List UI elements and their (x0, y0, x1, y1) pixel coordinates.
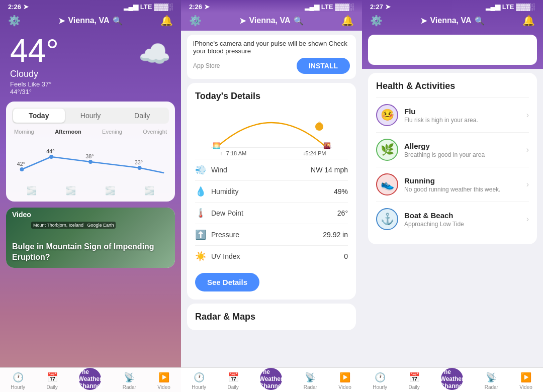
status-bar-1: 2:26 ➤ ▂▄▆ LTE ▓▓▓░ (0, 0, 181, 13)
svg-text:🌇: 🌇 (323, 142, 331, 149)
tab-radar-3[interactable]: 📡 Radar (485, 372, 498, 390)
detail-row-pressure: ⬆️ Pressure 29.92 in (195, 224, 348, 245)
location-display-3[interactable]: ➤ Vienna, VA 🔍 (420, 16, 484, 26)
svg-text:5:24 PM: 5:24 PM (306, 150, 326, 156)
tab-weather-channel-2[interactable]: TheWeatherChannel (260, 368, 282, 390)
location-display-2[interactable]: ➤ Vienna, VA 🔍 (239, 16, 303, 26)
bell-icon[interactable]: 🔔 (160, 15, 173, 27)
uv-icon: ☀️ (195, 251, 206, 262)
time-labels: Morning Afternoon Evening Overnight (12, 129, 169, 135)
tab-weather-channel-3[interactable]: TheWeatherChannel (441, 368, 463, 390)
tab-video-2[interactable]: ▶️ Video (338, 372, 351, 390)
tab-bar-1: 🕐 Hourly 📅 Daily TheWeatherChannel 📡 Rad… (0, 367, 181, 392)
tab-video-1[interactable]: ▶️ Video (157, 372, 170, 390)
panel-1: 2:26 ➤ ▂▄▆ LTE ▓▓▓░ ⚙️ ➤ Vienna, VA 🔍 🔔 … (0, 0, 181, 392)
dewpoint-icon: 🌡️ (195, 208, 206, 219)
tab-radar-1[interactable]: 📡 Radar (123, 372, 136, 390)
tab-daily-3[interactable]: 📅 Daily (409, 372, 420, 390)
running-icon-wrap: 👟 (376, 173, 398, 195)
location-arrow-icon-3: ➤ (385, 3, 391, 11)
tab-hourly-2[interactable]: 🕐 Hourly (192, 372, 206, 390)
condition-display: Cloudy (10, 69, 59, 79)
tab-radar-2[interactable]: 📡 Radar (304, 372, 317, 390)
flu-icon-wrap: 🤒 (376, 104, 398, 126)
svg-text:33°: 33° (135, 159, 143, 165)
boat-icon: ⚓ (381, 213, 394, 226)
svg-point-2 (88, 160, 93, 164)
google-earth-badge: Mount Thorbjorn, Iceland Google Earth (31, 222, 116, 229)
calendar-icon-3: 📅 (409, 372, 420, 383)
tab-daily-1[interactable]: 📅 Daily (47, 372, 58, 390)
health-row-running[interactable]: 👟 Running No good running weather this w… (376, 167, 529, 202)
weather-icon-evening: 🌫️ (105, 186, 115, 195)
segment-control[interactable]: Today Hourly Daily (12, 108, 169, 124)
weather-icon-morning: 🌫️ (27, 186, 37, 195)
sunrise-arc: ☀ ↑ 7:18 AM ↓ 5:24 PM 🌅 🌇 (195, 108, 348, 153)
forecast-card: Today Hourly Daily Morning Afternoon Eve… (6, 102, 175, 202)
bell-icon-3[interactable]: 🔔 (522, 15, 535, 27)
temperature-chart: 42° 44° 38° 33° (12, 137, 169, 182)
health-card: Health & Activities 🤒 Flu Flu risk is hi… (368, 73, 537, 244)
tab-hourly-1[interactable]: 🕐 Hourly (11, 372, 25, 390)
location-display-1[interactable]: ➤ Vienna, VA 🔍 (58, 16, 122, 26)
clock-icon: 🕐 (13, 372, 24, 383)
boat-chevron-icon: › (526, 215, 529, 224)
nav-arrow-icon-3: ➤ (420, 16, 427, 26)
health-row-allergy[interactable]: 🌿 Allergy Breathing is good in your area… (376, 132, 529, 167)
weather-main-1: 44° Cloudy Feels Like 37° 44°/31° ☁️ (0, 31, 181, 97)
ad-store: App Store (193, 62, 220, 69)
settings-icon-2[interactable]: ⚙️ (189, 15, 202, 27)
svg-text:🌅: 🌅 (213, 142, 220, 149)
tab-bar-3: 🕐 Hourly 📅 Daily TheWeatherChannel 📡 Rad… (362, 367, 543, 392)
calendar-icon: 📅 (47, 372, 58, 383)
ad-banner: iPhone's camera and your pulse will be s… (187, 35, 356, 79)
hi-lo-display: 44°/31° (10, 88, 59, 95)
battery-icon: ▓▓▓░ (154, 3, 173, 11)
weather-icon-overnight: 🌫️ (144, 186, 154, 195)
signal-icon-2: ▂▄▆ (305, 3, 319, 11)
radar-icon-2: 📡 (305, 372, 316, 383)
ad-text: iPhone's camera and your pulse will be s… (193, 40, 350, 55)
health-title: Health & Activities (376, 81, 529, 91)
status-bar-2: 2:26 ➤ ▂▄▆ LTE ▓▓▓░ (181, 0, 362, 13)
clock-icon-2: 🕐 (194, 372, 205, 383)
health-row-boat[interactable]: ⚓ Boat & Beach Approaching Low Tide › (376, 202, 529, 236)
nav-bar-1: ⚙️ ➤ Vienna, VA 🔍 🔔 (0, 13, 181, 31)
temperature-display: 44° (10, 35, 59, 67)
tab-video-3[interactable]: ▶️ Video (519, 372, 532, 390)
search-icon-3[interactable]: 🔍 (475, 16, 485, 26)
top-white-card (368, 35, 537, 65)
video-card[interactable]: Video Mount Thorbjorn, Iceland Google Ea… (6, 208, 175, 268)
health-row-flu[interactable]: 🤒 Flu Flu risk is high in your area. › (376, 97, 529, 132)
nav-arrow-icon: ➤ (58, 16, 65, 26)
panel2-scroll: iPhone's camera and your pulse will be s… (181, 31, 362, 392)
video-icon-3: ▶️ (520, 372, 531, 383)
tab-daily-2[interactable]: 📅 Daily (228, 372, 239, 390)
tab-weather-channel-1[interactable]: TheWeatherChannel (79, 368, 101, 390)
tab-hourly-3[interactable]: 🕐 Hourly (373, 372, 387, 390)
battery-icon-2: ▓▓▓░ (335, 3, 354, 11)
flu-chevron-icon: › (526, 111, 529, 120)
detail-row-humidity: 💧 Humidity 49% (195, 180, 348, 202)
bell-icon-2[interactable]: 🔔 (341, 15, 354, 27)
nav-bar-3: ⚙️ ➤ Vienna, VA 🔍 🔔 (362, 13, 543, 31)
running-icon: 👟 (381, 178, 394, 191)
pressure-icon: ⬆️ (195, 229, 206, 240)
status-time-1: 2:26 ➤ (8, 3, 29, 11)
tab-daily[interactable]: Daily (116, 109, 168, 123)
install-button[interactable]: INSTALL (297, 58, 350, 74)
weather-icons-row: 🌫️ 🌫️ 🌫️ 🌫️ (12, 184, 169, 195)
location-arrow-icon-2: ➤ (204, 3, 210, 11)
panel-2: 2:26 ➤ ▂▄▆ LTE ▓▓▓░ ⚙️ ➤ Vienna, VA 🔍 🔔 … (181, 0, 362, 392)
allergy-icon: 🌿 (381, 143, 394, 156)
see-details-button[interactable]: See Details (195, 273, 259, 291)
tab-today[interactable]: Today (13, 109, 65, 123)
tab-hourly[interactable]: Hourly (65, 109, 117, 123)
feels-like-display: Feels Like 37° (10, 80, 59, 88)
nav-arrow-icon-2: ➤ (239, 16, 246, 26)
settings-icon[interactable]: ⚙️ (8, 15, 21, 27)
search-icon[interactable]: 🔍 (113, 16, 123, 26)
settings-icon-3[interactable]: ⚙️ (370, 15, 383, 27)
search-icon-2[interactable]: 🔍 (294, 16, 304, 26)
radar-icon: 📡 (124, 372, 135, 383)
